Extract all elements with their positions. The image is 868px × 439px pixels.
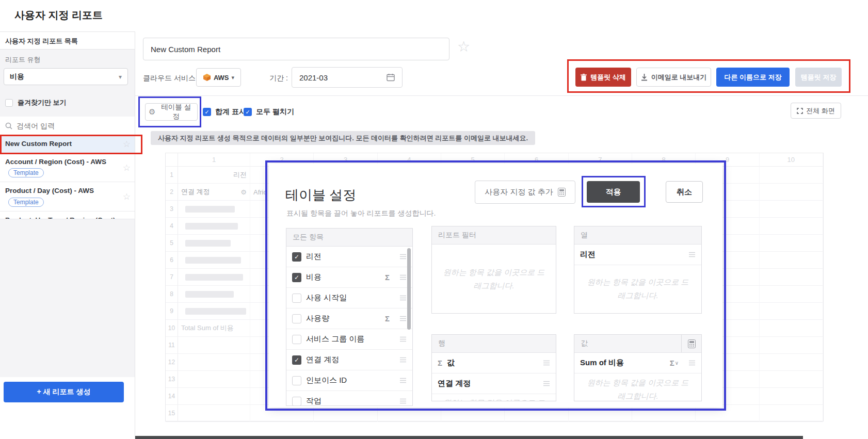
drag-handle-icon[interactable] bbox=[543, 381, 550, 386]
row-field-item[interactable]: Σ값 bbox=[432, 353, 556, 373]
expand-all-checkbox[interactable]: ✓ bbox=[244, 108, 252, 116]
save-as-button[interactable]: 다른 이름으로 저장 bbox=[716, 68, 790, 87]
grid-cell bbox=[760, 303, 823, 320]
field-label: 값 bbox=[447, 358, 455, 368]
drag-handle-icon[interactable] bbox=[399, 254, 407, 259]
period-value: 2021-03 bbox=[299, 73, 328, 82]
fullscreen-button[interactable]: 전체 화면 bbox=[791, 103, 841, 119]
period-input[interactable]: 2021-03 bbox=[292, 67, 403, 88]
apply-button[interactable]: 적용 bbox=[587, 181, 640, 203]
drag-handle-icon[interactable] bbox=[688, 360, 696, 366]
redacted-cell bbox=[185, 240, 231, 247]
drag-handle-icon[interactable] bbox=[399, 398, 407, 404]
star-icon[interactable]: ☆ bbox=[123, 162, 131, 173]
calendar-icon[interactable] bbox=[387, 73, 395, 82]
field-label: 사용 시작일 bbox=[306, 293, 347, 303]
drag-handle-icon[interactable] bbox=[688, 252, 696, 257]
cloud-service-select[interactable]: AWS ▾ bbox=[196, 68, 241, 87]
sidebar-list-title: 사용자 지정 리포트 목록 bbox=[0, 32, 135, 50]
gear-icon[interactable]: ⚙ bbox=[240, 188, 247, 196]
save-template-button[interactable]: 템플릿 저장 bbox=[795, 68, 842, 87]
columns-header: 열 bbox=[574, 226, 701, 245]
field-label: Sum of 비용 bbox=[580, 358, 624, 368]
columns-panel: 열 리전 원하는 항목 값을 이곳으로 드래그합니다. bbox=[574, 226, 702, 314]
field-checkbox[interactable] bbox=[292, 294, 301, 303]
sidebar: 사용자 지정 리포트 목록 리포트 유형 비용 ▾ 즐겨찾기만 보기 New C… bbox=[0, 31, 135, 439]
value-field-item[interactable]: Sum of 비용Σ∨ bbox=[574, 353, 701, 373]
sidebar-report-item[interactable]: Product / Day (Cost) - AWSTemplate☆ bbox=[0, 182, 135, 211]
sidebar-report-item[interactable]: New Custom Report☆ bbox=[0, 135, 135, 153]
favorites-checkbox[interactable] bbox=[5, 99, 13, 107]
redacted-cell bbox=[185, 274, 243, 281]
delete-template-button[interactable]: 템플릿 삭제 bbox=[575, 68, 631, 87]
drag-placeholder: 원하는 항목 값을 이곳으로 드래그합니다. bbox=[432, 266, 556, 293]
report-type-select[interactable]: 비용 ▾ bbox=[4, 68, 128, 85]
grid-cell bbox=[760, 371, 823, 388]
field-label: 연결 계정 bbox=[438, 379, 471, 388]
app-window: 사용자 지정 리포트 사용자 지정 리포트 목록 리포트 유형 비용 ▾ 즐겨찾… bbox=[0, 0, 868, 439]
field-label: 리전 bbox=[306, 252, 322, 262]
redacted-cell bbox=[185, 257, 241, 264]
expand-all-label: 모두 펼치기 bbox=[256, 107, 294, 117]
field-item[interactable]: 작업 bbox=[286, 391, 412, 406]
star-icon[interactable]: ☆ bbox=[123, 191, 131, 202]
grid-cell bbox=[760, 167, 823, 184]
chevron-down-icon: ▾ bbox=[119, 73, 122, 80]
drag-handle-icon[interactable] bbox=[399, 336, 407, 342]
grid-cell: 리전 bbox=[178, 167, 250, 184]
drag-handle-icon[interactable] bbox=[399, 357, 407, 363]
field-item[interactable]: ✓리전 bbox=[286, 247, 412, 267]
field-item[interactable]: 인보이스 ID bbox=[286, 370, 412, 391]
field-item[interactable]: 서비스 그룹 이름 bbox=[286, 329, 412, 350]
chevron-down-icon: ▾ bbox=[232, 74, 235, 81]
field-item[interactable]: 사용량Σ bbox=[286, 308, 412, 329]
search-input[interactable] bbox=[17, 122, 109, 130]
field-checkbox[interactable] bbox=[292, 335, 301, 344]
field-item[interactable]: ✓비용Σ bbox=[286, 267, 412, 288]
calculator-icon[interactable] bbox=[681, 335, 701, 352]
show-total-checkbox[interactable]: ✓ bbox=[203, 108, 211, 116]
grid-cell bbox=[178, 388, 250, 405]
drag-handle-icon[interactable] bbox=[399, 378, 407, 383]
grid-cell bbox=[760, 405, 823, 422]
report-name-input[interactable] bbox=[143, 38, 449, 60]
sidebar-search[interactable] bbox=[0, 117, 135, 135]
grid-row-number: 12 bbox=[166, 354, 178, 371]
data-preview-notice: 사용자 지정 리포트 생성 목적으로 데이터의 일부분만 보여집니다. 모든 데… bbox=[151, 131, 535, 145]
scrollbar[interactable] bbox=[407, 248, 411, 330]
favorite-star-icon[interactable]: ☆ bbox=[457, 38, 470, 55]
aggregate-selector[interactable]: Σ∨ bbox=[670, 359, 679, 367]
column-field-item[interactable]: 리전 bbox=[574, 245, 701, 265]
bottom-scroll-strip[interactable] bbox=[135, 436, 803, 439]
field-checkbox[interactable]: ✓ bbox=[292, 252, 301, 262]
drag-handle-icon[interactable] bbox=[543, 360, 550, 366]
row-field-item[interactable]: 연결 계정 bbox=[432, 373, 556, 394]
search-icon bbox=[5, 122, 12, 129]
drag-handle-icon[interactable] bbox=[399, 274, 407, 280]
sidebar-report-item[interactable]: Account / Region (Cost) - AWSTemplate☆ bbox=[0, 153, 135, 182]
field-checkbox[interactable] bbox=[292, 314, 301, 323]
star-icon[interactable]: ☆ bbox=[123, 139, 131, 150]
cancel-button[interactable]: 취소 bbox=[666, 181, 703, 203]
fullscreen-icon bbox=[797, 108, 803, 114]
create-report-button[interactable]: + 새 리포트 생성 bbox=[4, 382, 124, 402]
field-label: 서비스 그룹 이름 bbox=[306, 334, 364, 344]
field-item[interactable]: ✓연결 계정 bbox=[286, 350, 412, 370]
export-email-button[interactable]: 이메일로 내보내기 bbox=[636, 68, 711, 87]
field-checkbox[interactable] bbox=[292, 397, 301, 406]
field-checkbox[interactable]: ✓ bbox=[292, 355, 301, 365]
field-checkbox[interactable]: ✓ bbox=[292, 273, 301, 282]
drag-handle-icon[interactable] bbox=[399, 295, 407, 301]
drag-handle-icon[interactable] bbox=[399, 316, 407, 321]
field-item[interactable]: 사용 시작일 bbox=[286, 288, 412, 308]
grid-total-label: Total Sum of 비용 bbox=[181, 323, 234, 333]
table-settings-button[interactable]: ⚙ 테이블 설정 bbox=[145, 103, 198, 121]
add-custom-value-button[interactable]: 사용자 지정 값 추가 bbox=[475, 181, 575, 204]
report-item-label: Account / Region (Cost) - AWS bbox=[5, 157, 106, 167]
grid-cell bbox=[178, 201, 250, 218]
field-label: 인보이스 ID bbox=[306, 376, 347, 385]
grid-row-number: 10 bbox=[166, 320, 178, 337]
grid-row-number: 1 bbox=[166, 167, 178, 184]
field-checkbox[interactable] bbox=[292, 376, 301, 385]
all-items-header: 모든 항목 bbox=[286, 229, 412, 247]
